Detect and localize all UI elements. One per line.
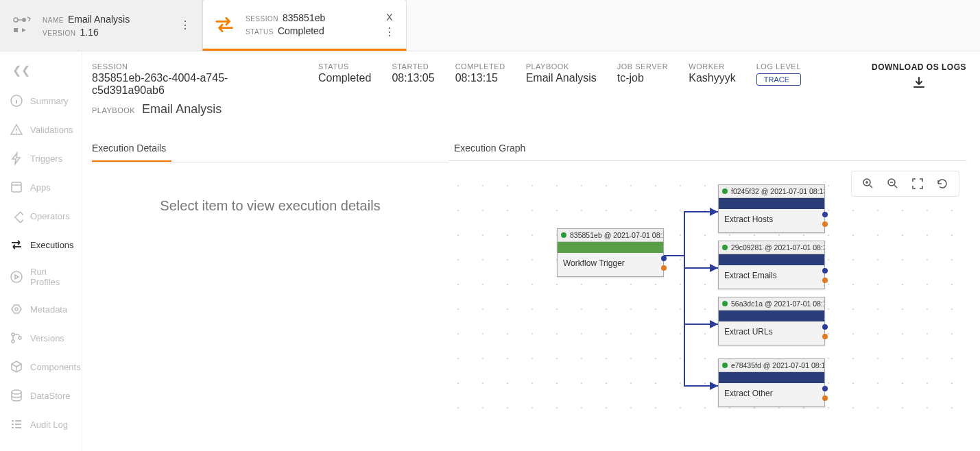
node-head: 29c09281 @ 2021-07-01 08:13:13 xyxy=(719,241,824,254)
node-head: e78435fd @ 2021-07-01 08:13:15 xyxy=(719,359,824,372)
status-dot-icon xyxy=(722,363,728,368)
fit-icon[interactable] xyxy=(907,175,929,192)
sidebar-item-label: Audit Log xyxy=(30,419,68,430)
sidebar: ❮❮ SummaryValidationsTriggersAppsOperato… xyxy=(0,51,82,451)
tab-playbook-name-label: NAME xyxy=(43,16,64,24)
tab-playbook[interactable]: NAME Email Analysis VERSION 1.16 ⋮ xyxy=(0,0,202,51)
status-dot-icon xyxy=(722,301,728,306)
sidebar-item-label: Validations xyxy=(30,125,73,135)
info-row: SESSION 835851eb-263c-4004-a745-c5d391a9… xyxy=(92,62,966,97)
content: SESSION 835851eb-263c-4004-a745-c5d391a9… xyxy=(82,51,980,451)
svg-point-9 xyxy=(16,132,17,134)
sidebar-item-validations[interactable]: Validations xyxy=(0,115,82,144)
sidebar-item-label: Operators xyxy=(30,211,70,221)
auditlog-icon xyxy=(10,417,23,431)
svg-rect-12 xyxy=(15,212,23,223)
summary-icon xyxy=(10,94,23,108)
info-status: Completed xyxy=(318,72,371,84)
validations-icon xyxy=(10,123,23,136)
graph-node[interactable]: 835851eb @ 2021-07-01 08:13:09Workflow T… xyxy=(557,228,664,277)
refresh-icon[interactable] xyxy=(931,175,953,192)
sidebar-collapse-icon[interactable]: ❮❮ xyxy=(0,64,82,86)
sidebar-item-label: DataStore xyxy=(30,391,71,401)
sidebar-item-label: Run Profiles xyxy=(30,267,72,287)
tab-playbook-menu-icon[interactable]: ⋮ xyxy=(180,20,191,31)
playbook-icon xyxy=(11,14,33,36)
status-dot-icon xyxy=(722,245,728,250)
playbook-line: PLAYBOOK Email Analysis xyxy=(92,102,966,117)
graph-area[interactable]: 835851eb @ 2021-07-01 08:13:09Workflow T… xyxy=(449,167,966,427)
panel-execution-details: Execution Details Select item to view ex… xyxy=(92,143,449,451)
port-out-icon xyxy=(822,268,828,273)
sidebar-item-label: Apps xyxy=(30,182,51,193)
graph-node[interactable]: e78435fd @ 2021-07-01 08:13:15Extract Ot… xyxy=(718,358,825,407)
triggers-icon xyxy=(10,151,23,165)
session-icon xyxy=(214,14,236,36)
svg-point-15 xyxy=(12,333,14,336)
port-out-icon xyxy=(822,212,828,217)
port-err-icon xyxy=(822,278,828,283)
zoom-in-icon[interactable] xyxy=(857,175,879,192)
sidebar-item-summary[interactable]: Summary xyxy=(0,86,82,115)
tab-session[interactable]: SESSION 835851eb STATUS Completed X ⋮ xyxy=(202,0,407,51)
datastore-icon xyxy=(10,389,23,402)
info-worker-label: WORKER xyxy=(689,62,735,71)
node-body: Extract URLs xyxy=(719,321,824,345)
info-playbook-label: PLAYBOOK xyxy=(526,62,597,71)
svg-rect-10 xyxy=(12,182,21,192)
info-jobserver-label: JOB SERVER xyxy=(617,62,669,71)
graph-node[interactable]: f0245f32 @ 2021-07-01 08:13:13Extract Ho… xyxy=(718,184,825,233)
executions-icon xyxy=(10,238,23,252)
playbook-line-label: PLAYBOOK xyxy=(92,106,135,114)
status-dot-icon xyxy=(561,232,566,238)
execution-graph-title[interactable]: Execution Graph xyxy=(449,143,525,160)
info-session: 835851eb-263c-4004-a745-c5d391a90ab6 xyxy=(92,72,298,97)
graph-node[interactable]: 29c09281 @ 2021-07-01 08:13:13Extract Em… xyxy=(718,241,825,289)
port-out-icon xyxy=(661,256,667,261)
tab-session-menu-icon[interactable]: ⋮ xyxy=(384,27,395,38)
node-body: Extract Hosts xyxy=(719,209,824,232)
svg-rect-3 xyxy=(14,28,18,32)
sidebar-item-metadata[interactable]: Metadata xyxy=(0,295,82,324)
sidebar-item-datastore[interactable]: DataStore xyxy=(0,381,82,410)
execution-details-placeholder: Select item to view execution details xyxy=(92,198,449,214)
svg-point-14 xyxy=(15,308,18,310)
graph-node[interactable]: 56a3dc1a @ 2021-07-01 08:13:15Extract UR… xyxy=(718,297,825,345)
info-loglevel-label: LOG LEVEL xyxy=(756,62,801,71)
download-icon[interactable] xyxy=(872,76,966,93)
top-tabs: NAME Email Analysis VERSION 1.16 ⋮ SESSI… xyxy=(0,0,980,51)
sidebar-item-label: Summary xyxy=(30,96,69,106)
info-completed-label: COMPLETED xyxy=(455,62,505,71)
sidebar-item-operators[interactable]: Operators xyxy=(0,202,82,230)
tab-session-id: 835851eb xyxy=(283,12,325,23)
port-err-icon xyxy=(822,334,828,339)
info-worker: Kashyyyk xyxy=(689,72,735,84)
node-body: Extract Emails xyxy=(719,265,824,289)
node-head: 835851eb @ 2021-07-01 08:13:09 xyxy=(558,229,663,242)
sidebar-item-runprofiles[interactable]: Run Profiles xyxy=(0,259,82,295)
sidebar-item-triggers[interactable]: Triggers xyxy=(0,144,82,173)
download-logs-label: DOWNLOAD OS LOGS xyxy=(872,62,966,72)
sidebar-item-label: Components xyxy=(30,362,81,372)
sidebar-item-executions[interactable]: Executions xyxy=(0,230,82,259)
svg-point-18 xyxy=(12,390,21,394)
svg-point-0 xyxy=(14,18,18,22)
sidebar-item-versions[interactable]: Versions xyxy=(0,324,82,352)
sidebar-item-apps[interactable]: Apps xyxy=(0,173,82,202)
svg-point-16 xyxy=(12,340,14,343)
node-head: 56a3dc1a @ 2021-07-01 08:13:15 xyxy=(719,297,824,310)
svg-line-26 xyxy=(870,185,872,188)
tab-session-status: Completed xyxy=(278,25,324,36)
zoom-out-icon[interactable] xyxy=(882,175,904,192)
port-err-icon xyxy=(661,265,667,271)
panel-execution-graph: Execution Graph 835851eb @ 2021-07-01 08… xyxy=(449,143,966,451)
tab-session-close-icon[interactable]: X xyxy=(386,12,392,23)
tab-playbook-version: 1.16 xyxy=(80,27,99,38)
svg-line-30 xyxy=(894,185,897,188)
sidebar-item-components[interactable]: Components xyxy=(0,352,82,381)
sidebar-item-auditlog[interactable]: Audit Log xyxy=(0,410,82,439)
info-loglevel-badge[interactable]: TRACE xyxy=(756,73,801,86)
info-status-label: STATUS xyxy=(318,62,371,71)
execution-details-title[interactable]: Execution Details xyxy=(92,143,171,162)
info-started-label: STARTED xyxy=(392,62,434,71)
